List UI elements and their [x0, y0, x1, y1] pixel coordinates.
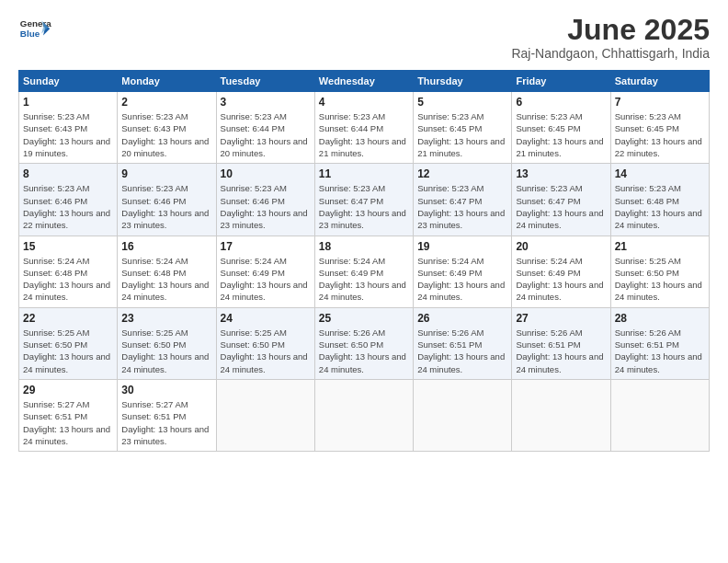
- day-info: Sunrise: 5:24 AMSunset: 6:48 PMDaylight:…: [23, 256, 110, 303]
- header-tuesday: Tuesday: [216, 71, 314, 92]
- day-number: 11: [319, 167, 409, 180]
- day-info: Sunrise: 5:26 AMSunset: 6:50 PMDaylight:…: [319, 327, 406, 374]
- table-row: 9 Sunrise: 5:23 AMSunset: 6:46 PMDayligh…: [118, 164, 216, 236]
- table-row: 7 Sunrise: 5:23 AMSunset: 6:45 PMDayligh…: [610, 92, 709, 164]
- day-number: 5: [417, 96, 507, 109]
- svg-text:Blue: Blue: [20, 29, 40, 39]
- day-number: 4: [319, 96, 409, 109]
- day-info: Sunrise: 5:24 AMSunset: 6:48 PMDaylight:…: [121, 256, 209, 303]
- table-row: 16 Sunrise: 5:24 AMSunset: 6:48 PMDaylig…: [118, 236, 216, 307]
- day-number: 15: [23, 240, 113, 253]
- day-info: Sunrise: 5:26 AMSunset: 6:51 PMDaylight:…: [516, 327, 603, 374]
- day-number: 25: [319, 312, 409, 325]
- table-row: 12 Sunrise: 5:23 AMSunset: 6:47 PMDaylig…: [414, 164, 512, 236]
- day-number: 13: [516, 167, 606, 180]
- day-number: 27: [516, 312, 606, 325]
- table-row: 15 Sunrise: 5:24 AMSunset: 6:48 PMDaylig…: [19, 236, 118, 307]
- table-row: 30 Sunrise: 5:27 AMSunset: 6:51 PMDaylig…: [118, 379, 216, 451]
- table-row: 2 Sunrise: 5:23 AMSunset: 6:43 PMDayligh…: [118, 92, 216, 164]
- header-wednesday: Wednesday: [314, 71, 413, 92]
- day-number: 20: [516, 240, 606, 253]
- day-number: 18: [319, 240, 409, 253]
- location-title: Raj-Nandgaon, Chhattisgarh, India: [511, 46, 710, 61]
- table-row: 1 Sunrise: 5:23 AMSunset: 6:43 PMDayligh…: [19, 92, 118, 164]
- table-row: 18 Sunrise: 5:24 AMSunset: 6:49 PMDaylig…: [314, 236, 413, 307]
- day-number: 28: [615, 312, 705, 325]
- day-number: 22: [23, 312, 113, 325]
- day-info: Sunrise: 5:23 AMSunset: 6:47 PMDaylight:…: [319, 183, 406, 230]
- day-info: Sunrise: 5:23 AMSunset: 6:45 PMDaylight:…: [417, 111, 505, 158]
- table-row: 24 Sunrise: 5:25 AMSunset: 6:50 PMDaylig…: [216, 307, 314, 379]
- header-sunday: Sunday: [19, 71, 118, 92]
- month-title: June 2025: [511, 14, 710, 46]
- day-info: Sunrise: 5:24 AMSunset: 6:49 PMDaylight:…: [417, 256, 505, 303]
- logo: General Blue: [18, 14, 51, 47]
- table-row: [314, 379, 413, 451]
- day-info: Sunrise: 5:24 AMSunset: 6:49 PMDaylight:…: [516, 256, 603, 303]
- table-row: 26 Sunrise: 5:26 AMSunset: 6:51 PMDaylig…: [414, 307, 512, 379]
- header-friday: Friday: [512, 71, 610, 92]
- day-info: Sunrise: 5:27 AMSunset: 6:51 PMDaylight:…: [23, 399, 110, 446]
- header: General Blue June 2025 Raj-Nandgaon, Chh…: [18, 14, 710, 61]
- table-row: 22 Sunrise: 5:25 AMSunset: 6:50 PMDaylig…: [19, 307, 118, 379]
- day-info: Sunrise: 5:23 AMSunset: 6:45 PMDaylight:…: [516, 111, 603, 158]
- page: General Blue June 2025 Raj-Nandgaon, Chh…: [0, 0, 728, 563]
- table-row: 8 Sunrise: 5:23 AMSunset: 6:46 PMDayligh…: [19, 164, 118, 236]
- table-row: 29 Sunrise: 5:27 AMSunset: 6:51 PMDaylig…: [19, 379, 118, 451]
- day-info: Sunrise: 5:23 AMSunset: 6:46 PMDaylight:…: [221, 183, 308, 230]
- table-row: 17 Sunrise: 5:24 AMSunset: 6:49 PMDaylig…: [216, 236, 314, 307]
- day-number: 21: [615, 240, 705, 253]
- day-number: 26: [417, 312, 507, 325]
- day-number: 17: [221, 240, 311, 253]
- calendar-week-row: 29 Sunrise: 5:27 AMSunset: 6:51 PMDaylig…: [19, 379, 710, 451]
- day-info: Sunrise: 5:23 AMSunset: 6:47 PMDaylight:…: [516, 183, 603, 230]
- day-info: Sunrise: 5:23 AMSunset: 6:46 PMDaylight:…: [121, 183, 209, 230]
- logo-icon: General Blue: [18, 14, 51, 47]
- table-row: 25 Sunrise: 5:26 AMSunset: 6:50 PMDaylig…: [314, 307, 413, 379]
- table-row: 20 Sunrise: 5:24 AMSunset: 6:49 PMDaylig…: [512, 236, 610, 307]
- table-row: 11 Sunrise: 5:23 AMSunset: 6:47 PMDaylig…: [314, 164, 413, 236]
- day-info: Sunrise: 5:25 AMSunset: 6:50 PMDaylight:…: [615, 256, 702, 303]
- day-number: 8: [23, 167, 113, 180]
- table-row: [414, 379, 512, 451]
- calendar-week-row: 22 Sunrise: 5:25 AMSunset: 6:50 PMDaylig…: [19, 307, 710, 379]
- table-row: 5 Sunrise: 5:23 AMSunset: 6:45 PMDayligh…: [414, 92, 512, 164]
- header-thursday: Thursday: [414, 71, 512, 92]
- table-row: 6 Sunrise: 5:23 AMSunset: 6:45 PMDayligh…: [512, 92, 610, 164]
- table-row: 28 Sunrise: 5:26 AMSunset: 6:51 PMDaylig…: [610, 307, 709, 379]
- day-number: 19: [417, 240, 507, 253]
- table-row: 21 Sunrise: 5:25 AMSunset: 6:50 PMDaylig…: [610, 236, 709, 307]
- day-number: 24: [221, 312, 311, 325]
- table-row: 4 Sunrise: 5:23 AMSunset: 6:44 PMDayligh…: [314, 92, 413, 164]
- day-info: Sunrise: 5:27 AMSunset: 6:51 PMDaylight:…: [121, 399, 209, 446]
- table-row: 19 Sunrise: 5:24 AMSunset: 6:49 PMDaylig…: [414, 236, 512, 307]
- day-number: 7: [615, 96, 705, 109]
- day-number: 23: [121, 312, 211, 325]
- header-monday: Monday: [118, 71, 216, 92]
- calendar-week-row: 8 Sunrise: 5:23 AMSunset: 6:46 PMDayligh…: [19, 164, 710, 236]
- day-info: Sunrise: 5:23 AMSunset: 6:47 PMDaylight:…: [417, 183, 505, 230]
- header-saturday: Saturday: [610, 71, 709, 92]
- day-number: 12: [417, 167, 507, 180]
- day-info: Sunrise: 5:23 AMSunset: 6:43 PMDaylight:…: [121, 111, 209, 158]
- day-number: 1: [23, 96, 113, 109]
- day-info: Sunrise: 5:24 AMSunset: 6:49 PMDaylight:…: [319, 256, 406, 303]
- day-number: 29: [23, 384, 113, 396]
- calendar-table: Sunday Monday Tuesday Wednesday Thursday…: [18, 70, 710, 452]
- table-row: 10 Sunrise: 5:23 AMSunset: 6:46 PMDaylig…: [216, 164, 314, 236]
- day-info: Sunrise: 5:23 AMSunset: 6:46 PMDaylight:…: [23, 183, 110, 230]
- day-info: Sunrise: 5:23 AMSunset: 6:44 PMDaylight:…: [319, 111, 406, 158]
- day-info: Sunrise: 5:23 AMSunset: 6:45 PMDaylight:…: [615, 111, 702, 158]
- day-info: Sunrise: 5:25 AMSunset: 6:50 PMDaylight:…: [121, 327, 209, 374]
- table-row: 13 Sunrise: 5:23 AMSunset: 6:47 PMDaylig…: [512, 164, 610, 236]
- day-number: 14: [615, 167, 705, 180]
- day-info: Sunrise: 5:23 AMSunset: 6:48 PMDaylight:…: [615, 183, 702, 230]
- day-number: 2: [121, 96, 211, 109]
- calendar-week-row: 1 Sunrise: 5:23 AMSunset: 6:43 PMDayligh…: [19, 92, 710, 164]
- table-row: 27 Sunrise: 5:26 AMSunset: 6:51 PMDaylig…: [512, 307, 610, 379]
- day-number: 3: [221, 96, 311, 109]
- day-info: Sunrise: 5:25 AMSunset: 6:50 PMDaylight:…: [23, 327, 110, 374]
- day-info: Sunrise: 5:25 AMSunset: 6:50 PMDaylight:…: [221, 327, 308, 374]
- calendar-header-row: Sunday Monday Tuesday Wednesday Thursday…: [19, 71, 710, 92]
- table-row: [512, 379, 610, 451]
